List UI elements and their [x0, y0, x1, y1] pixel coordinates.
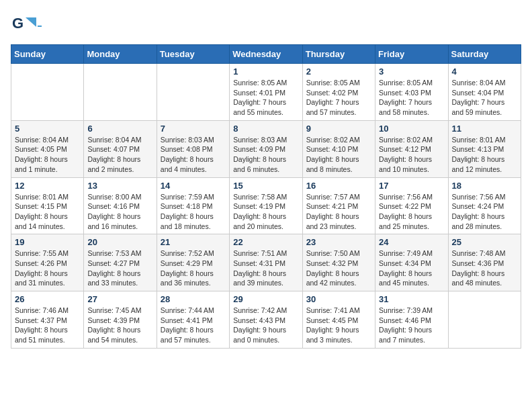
day-number: 29	[233, 294, 298, 304]
calendar-cell: 22Sunrise: 7:51 AM Sunset: 4:31 PM Dayli…	[230, 234, 302, 291]
day-number: 5	[15, 124, 80, 134]
calendar-cell: 21Sunrise: 7:52 AM Sunset: 4:29 PM Dayli…	[157, 234, 229, 291]
calendar-week-2: 5Sunrise: 8:04 AM Sunset: 4:05 PM Daylig…	[11, 120, 521, 177]
calendar-table: SundayMondayTuesdayWednesdayThursdayFrid…	[11, 44, 521, 349]
calendar-cell	[448, 291, 521, 349]
calendar-cell: 28Sunrise: 7:44 AM Sunset: 4:41 PM Dayli…	[157, 291, 229, 349]
header-tuesday: Tuesday	[157, 45, 229, 64]
day-number: 25	[452, 237, 517, 247]
calendar-cell: 12Sunrise: 8:01 AM Sunset: 4:15 PM Dayli…	[11, 177, 84, 234]
header-thursday: Thursday	[302, 45, 375, 64]
day-number: 26	[15, 294, 80, 304]
logo: G	[11, 11, 42, 36]
day-number: 13	[87, 181, 152, 191]
header-wednesday: Wednesday	[230, 45, 302, 64]
calendar-cell: 3Sunrise: 8:05 AM Sunset: 4:03 PM Daylig…	[375, 64, 448, 121]
day-info: Sunrise: 8:03 AM Sunset: 4:09 PM Dayligh…	[233, 135, 298, 175]
day-info: Sunrise: 8:02 AM Sunset: 4:10 PM Dayligh…	[306, 135, 371, 175]
svg-text:G: G	[12, 15, 24, 32]
calendar-cell	[11, 64, 84, 121]
calendar-cell: 31Sunrise: 7:39 AM Sunset: 4:46 PM Dayli…	[375, 291, 448, 349]
day-info: Sunrise: 7:46 AM Sunset: 4:37 PM Dayligh…	[15, 306, 80, 345]
day-info: Sunrise: 8:03 AM Sunset: 4:08 PM Dayligh…	[161, 135, 226, 175]
day-info: Sunrise: 7:59 AM Sunset: 4:18 PM Dayligh…	[161, 192, 226, 232]
page-header: G	[11, 11, 521, 36]
calendar-cell: 5Sunrise: 8:04 AM Sunset: 4:05 PM Daylig…	[11, 120, 84, 177]
calendar-cell: 30Sunrise: 7:41 AM Sunset: 4:45 PM Dayli…	[302, 291, 375, 349]
calendar-cell: 17Sunrise: 7:56 AM Sunset: 4:22 PM Dayli…	[375, 177, 448, 234]
day-info: Sunrise: 7:49 AM Sunset: 4:34 PM Dayligh…	[379, 248, 444, 288]
header-friday: Friday	[375, 45, 448, 64]
calendar-cell: 8Sunrise: 8:03 AM Sunset: 4:09 PM Daylig…	[230, 120, 302, 177]
day-info: Sunrise: 7:52 AM Sunset: 4:29 PM Dayligh…	[161, 248, 226, 288]
calendar-cell: 6Sunrise: 8:04 AM Sunset: 4:07 PM Daylig…	[84, 120, 157, 177]
day-number: 28	[161, 294, 226, 304]
day-number: 20	[87, 237, 152, 247]
calendar-header-row: SundayMondayTuesdayWednesdayThursdayFrid…	[11, 45, 521, 64]
calendar-cell: 13Sunrise: 8:00 AM Sunset: 4:16 PM Dayli…	[84, 177, 157, 234]
day-number: 11	[452, 124, 517, 134]
day-number: 22	[233, 237, 298, 247]
day-info: Sunrise: 8:02 AM Sunset: 4:12 PM Dayligh…	[379, 135, 444, 175]
day-number: 17	[379, 181, 444, 191]
day-info: Sunrise: 7:42 AM Sunset: 4:43 PM Dayligh…	[233, 306, 298, 345]
day-number: 18	[452, 181, 517, 191]
calendar-cell: 27Sunrise: 7:45 AM Sunset: 4:39 PM Dayli…	[84, 291, 157, 349]
day-number: 12	[15, 181, 80, 191]
day-info: Sunrise: 8:00 AM Sunset: 4:16 PM Dayligh…	[87, 192, 152, 232]
calendar-cell: 14Sunrise: 7:59 AM Sunset: 4:18 PM Dayli…	[157, 177, 229, 234]
day-number: 1	[233, 66, 298, 77]
logo-blue	[38, 26, 42, 27]
calendar-cell: 26Sunrise: 7:46 AM Sunset: 4:37 PM Dayli…	[11, 291, 84, 349]
day-info: Sunrise: 7:48 AM Sunset: 4:36 PM Dayligh…	[452, 248, 517, 288]
day-info: Sunrise: 8:05 AM Sunset: 4:03 PM Dayligh…	[379, 78, 444, 118]
day-number: 10	[379, 124, 444, 134]
calendar-cell: 11Sunrise: 8:01 AM Sunset: 4:13 PM Dayli…	[448, 120, 521, 177]
day-info: Sunrise: 7:56 AM Sunset: 4:24 PM Dayligh…	[452, 192, 517, 232]
day-info: Sunrise: 8:01 AM Sunset: 4:13 PM Dayligh…	[452, 135, 517, 175]
day-info: Sunrise: 8:05 AM Sunset: 4:01 PM Dayligh…	[233, 78, 298, 118]
calendar-cell: 9Sunrise: 8:02 AM Sunset: 4:10 PM Daylig…	[302, 120, 375, 177]
day-info: Sunrise: 7:45 AM Sunset: 4:39 PM Dayligh…	[87, 306, 152, 345]
day-number: 21	[161, 237, 226, 247]
day-info: Sunrise: 8:01 AM Sunset: 4:15 PM Dayligh…	[15, 192, 80, 232]
day-info: Sunrise: 8:05 AM Sunset: 4:02 PM Dayligh…	[306, 78, 371, 118]
calendar-week-5: 26Sunrise: 7:46 AM Sunset: 4:37 PM Dayli…	[11, 291, 521, 349]
day-info: Sunrise: 7:55 AM Sunset: 4:26 PM Dayligh…	[15, 248, 80, 288]
day-info: Sunrise: 8:04 AM Sunset: 4:04 PM Dayligh…	[452, 78, 517, 118]
day-info: Sunrise: 7:44 AM Sunset: 4:41 PM Dayligh…	[161, 306, 226, 345]
calendar-cell: 16Sunrise: 7:57 AM Sunset: 4:21 PM Dayli…	[302, 177, 375, 234]
day-number: 14	[161, 181, 226, 191]
calendar-week-1: 1Sunrise: 8:05 AM Sunset: 4:01 PM Daylig…	[11, 64, 521, 121]
day-number: 23	[306, 237, 371, 247]
calendar-cell: 15Sunrise: 7:58 AM Sunset: 4:19 PM Dayli…	[230, 177, 302, 234]
calendar-cell: 7Sunrise: 8:03 AM Sunset: 4:08 PM Daylig…	[157, 120, 229, 177]
calendar-cell	[84, 64, 157, 121]
calendar-week-4: 19Sunrise: 7:55 AM Sunset: 4:26 PM Dayli…	[11, 234, 521, 291]
calendar-cell: 4Sunrise: 8:04 AM Sunset: 4:04 PM Daylig…	[448, 64, 521, 121]
header-saturday: Saturday	[448, 45, 521, 64]
day-number: 31	[379, 294, 444, 304]
day-number: 7	[161, 124, 226, 134]
day-number: 4	[452, 66, 517, 77]
header-sunday: Sunday	[11, 45, 84, 64]
calendar-cell: 10Sunrise: 8:02 AM Sunset: 4:12 PM Dayli…	[375, 120, 448, 177]
calendar-week-3: 12Sunrise: 8:01 AM Sunset: 4:15 PM Dayli…	[11, 177, 521, 234]
calendar-cell: 18Sunrise: 7:56 AM Sunset: 4:24 PM Dayli…	[448, 177, 521, 234]
calendar-cell: 19Sunrise: 7:55 AM Sunset: 4:26 PM Dayli…	[11, 234, 84, 291]
day-number: 27	[87, 294, 152, 304]
day-number: 24	[379, 237, 444, 247]
day-info: Sunrise: 7:51 AM Sunset: 4:31 PM Dayligh…	[233, 248, 298, 288]
day-number: 6	[87, 124, 152, 134]
day-number: 8	[233, 124, 298, 134]
calendar-cell: 1Sunrise: 8:05 AM Sunset: 4:01 PM Daylig…	[230, 64, 302, 121]
calendar-cell: 20Sunrise: 7:53 AM Sunset: 4:27 PM Dayli…	[84, 234, 157, 291]
day-number: 15	[233, 181, 298, 191]
day-number: 9	[306, 124, 371, 134]
day-number: 19	[15, 237, 80, 247]
day-number: 3	[379, 66, 444, 77]
day-info: Sunrise: 7:56 AM Sunset: 4:22 PM Dayligh…	[379, 192, 444, 232]
calendar-cell: 24Sunrise: 7:49 AM Sunset: 4:34 PM Dayli…	[375, 234, 448, 291]
day-info: Sunrise: 8:04 AM Sunset: 4:05 PM Dayligh…	[15, 135, 80, 175]
day-info: Sunrise: 7:39 AM Sunset: 4:46 PM Dayligh…	[379, 306, 444, 345]
